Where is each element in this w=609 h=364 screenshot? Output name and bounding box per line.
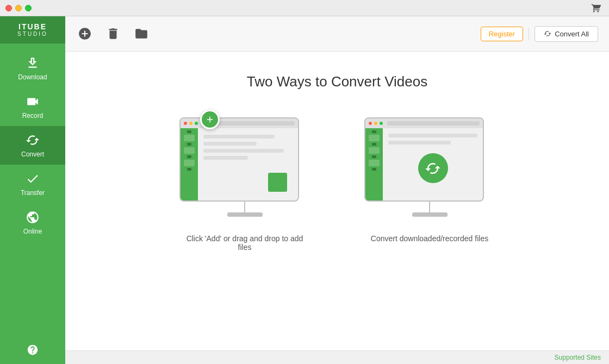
method2-caption: Convert downloaded/recorded files [371, 234, 488, 243]
minimize-button[interactable] [15, 5, 22, 11]
download-icon [25, 55, 40, 71]
convert-icon [25, 133, 40, 148]
status-bar: Supported Sites [65, 350, 609, 364]
transfer-label: Transfer [21, 189, 45, 197]
sidebar-item-transfer[interactable]: Transfer [0, 165, 65, 203]
close-button[interactable] [5, 5, 12, 11]
register-button[interactable]: Register [481, 27, 523, 41]
main-area: Register Convert All Two Ways to Convert… [65, 0, 609, 364]
record-icon [25, 94, 40, 109]
sidebar-item-record[interactable]: Record [0, 87, 65, 126]
app-name-line1: ITUBE [18, 22, 47, 32]
title-bar [0, 0, 609, 16]
method-1: Click 'Add' or drag and drop to add file… [179, 117, 310, 252]
convert-circle-icon [418, 153, 448, 183]
folder-button[interactable] [133, 25, 150, 42]
traffic-lights [0, 5, 32, 11]
add-overlay-button [200, 110, 220, 129]
method2-monitor [364, 117, 495, 223]
supported-sites-link[interactable]: Supported Sites [555, 354, 601, 361]
convert-all-label: Convert All [555, 30, 589, 38]
toolbar-left [76, 25, 150, 42]
maximize-button[interactable] [25, 5, 32, 11]
method-2: Convert downloaded/recorded files [364, 117, 495, 243]
sidebar-bottom [27, 344, 39, 364]
delete-button[interactable] [104, 25, 122, 42]
convert-label: Convert [21, 150, 44, 158]
content-area: Two Ways to Convert Videos [65, 52, 609, 350]
convert-all-button[interactable]: Convert All [535, 26, 598, 42]
online-icon [25, 210, 40, 225]
method1-caption: Click 'Add' or drag and drop to add file… [185, 234, 304, 252]
method1-monitor [179, 117, 310, 223]
sidebar-item-convert[interactable]: Convert [0, 126, 65, 165]
page-title: Two Ways to Convert Videos [247, 73, 427, 90]
sidebar-item-online[interactable]: Online [0, 203, 65, 242]
online-label: Online [23, 228, 42, 235]
toolbar: Register Convert All [65, 16, 609, 52]
sidebar-item-download[interactable]: Download [0, 49, 65, 87]
record-label: Record [22, 112, 44, 120]
app-name-line2: STUDIO [17, 31, 48, 37]
methods-row: Click 'Add' or drag and drop to add file… [179, 117, 495, 252]
toolbar-right: Register Convert All [481, 26, 598, 42]
store-icon[interactable] [591, 3, 601, 13]
app-logo: ITUBE STUDIO [0, 16, 65, 43]
transfer-icon [25, 171, 40, 186]
add-button[interactable] [76, 25, 94, 42]
download-label: Download [18, 73, 47, 81]
sidebar: ITUBE STUDIO Download Record Convert [0, 0, 65, 364]
